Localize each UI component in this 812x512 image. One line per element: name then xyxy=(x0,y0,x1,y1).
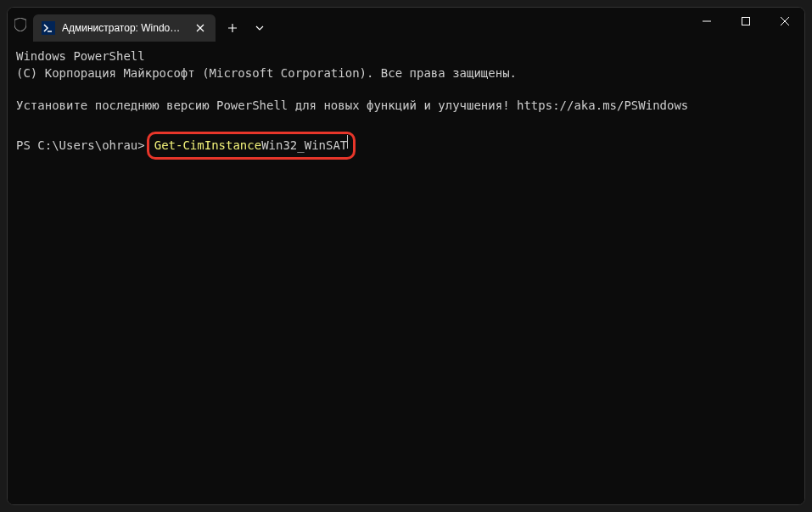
chevron-down-icon xyxy=(255,25,264,31)
tab-dropdown-button[interactable] xyxy=(246,14,273,42)
tab-title: Администратор: Windows Po xyxy=(62,22,187,34)
terminal-body[interactable]: Windows PowerShell (C) Корпорация Майкро… xyxy=(8,42,804,504)
titlebar-left: Администратор: Windows Po xyxy=(8,8,273,42)
blank-line xyxy=(16,115,796,131)
tab-close-button[interactable] xyxy=(193,21,207,35)
svg-rect-7 xyxy=(742,18,750,25)
close-window-button[interactable] xyxy=(765,8,804,35)
prompt-text: PS C:\Users\ohrau> xyxy=(16,138,145,155)
titlebar: Администратор: Windows Po xyxy=(8,8,804,42)
window-controls xyxy=(687,8,804,42)
terminal-window: Администратор: Windows Po xyxy=(7,7,805,505)
terminal-output-line: (C) Корпорация Майкрософт (Microsoft Cor… xyxy=(16,65,796,82)
close-icon xyxy=(196,24,204,32)
maximize-icon xyxy=(742,17,750,25)
powershell-icon xyxy=(42,21,55,35)
tab-powershell[interactable]: Администратор: Windows Po xyxy=(33,14,216,42)
shield-icon xyxy=(14,18,26,31)
minimize-button[interactable] xyxy=(687,8,726,35)
prompt-line: PS C:\Users\ohrau> Get-CimInstance Win32… xyxy=(16,132,796,160)
minimize-icon xyxy=(703,17,711,25)
terminal-output-line: Установите последнюю версию PowerShell д… xyxy=(16,98,796,115)
admin-shield-icon xyxy=(8,8,33,42)
blank-line xyxy=(16,82,796,98)
text-cursor xyxy=(347,135,348,149)
command-highlight: Get-CimInstance Win32_WinSAT xyxy=(147,132,356,160)
new-tab-button[interactable] xyxy=(219,14,246,42)
command-cmdlet: Get-CimInstance xyxy=(154,138,261,155)
terminal-output-line: Windows PowerShell xyxy=(16,48,796,65)
maximize-button[interactable] xyxy=(726,8,765,35)
command-argument: Win32_WinSAT xyxy=(261,138,347,155)
plus-icon xyxy=(227,23,238,33)
close-icon xyxy=(781,17,789,25)
